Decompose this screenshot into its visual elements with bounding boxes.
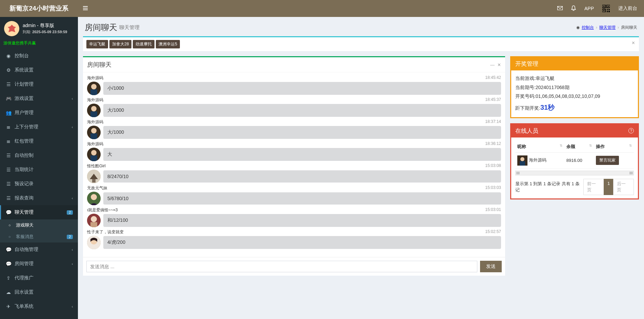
- pager-info: 显示第 1 到第 1 条记录 共有 1 条记: [515, 181, 584, 193]
- table-scrollbar[interactable]: [515, 171, 634, 175]
- table-row: 海外源码8916.00禁言玩家: [515, 152, 634, 168]
- submenu-service-msg[interactable]: ○客服消息2: [0, 231, 78, 242]
- user-avatar: [4, 21, 19, 36]
- app-link[interactable]: APP: [584, 6, 594, 11]
- chat-messages[interactable]: 海外源码18:45:42小/1000海外源码18:45:37大/1000海外源码…: [83, 72, 505, 257]
- menu-updown[interactable]: ≣上下分管理‹: [0, 120, 78, 134]
- list-icon: ☰: [5, 153, 12, 158]
- crumb-chat[interactable]: 聊天管理: [599, 25, 616, 30]
- menu-room[interactable]: 💬房间管理‹: [0, 257, 78, 271]
- send-button[interactable]: 发送: [480, 261, 502, 272]
- sidebar: admin - 尊享版 到期: 2025-05-09 23:59:59 游侠邀您…: [0, 17, 78, 319]
- user-name: admin - 尊享版: [23, 23, 67, 29]
- chevron-left-icon: ‹: [72, 196, 73, 200]
- menu-game[interactable]: 🎮游戏设置‹: [0, 91, 78, 106]
- avatar: [87, 170, 101, 183]
- circle-icon: ○: [8, 223, 13, 227]
- menu-period[interactable]: ☰当期统计: [0, 163, 78, 177]
- envelope-icon[interactable]: [557, 6, 563, 11]
- game-tag[interactable]: 幸运飞艇: [86, 40, 108, 48]
- menu-toggle[interactable]: [78, 6, 93, 11]
- msg-username: 无敌元气妹: [87, 185, 107, 191]
- online-nick: 海外源码: [529, 157, 546, 163]
- pager-page[interactable]: 1: [604, 179, 614, 195]
- menu-flyorder[interactable]: ✈飞单系统‹: [0, 299, 78, 314]
- menu-autotow[interactable]: 💬自动拖管理‹: [0, 242, 78, 257]
- col-balance[interactable]: 余额⇅: [564, 141, 594, 153]
- svg-rect-27: [92, 179, 96, 183]
- database-icon: ≣: [5, 139, 12, 144]
- col-action[interactable]: 操作⇅: [594, 141, 634, 153]
- chevron-left-icon: ‹: [72, 125, 73, 129]
- bell-icon[interactable]: [571, 5, 576, 12]
- database-icon: ≣: [5, 124, 12, 130]
- menu-rebate[interactable]: ☁回水设置: [0, 285, 78, 299]
- chevron-left-icon: ‹: [72, 97, 73, 101]
- user-panel: admin - 尊享版 到期: 2025-05-09 23:59:59: [0, 17, 78, 40]
- svg-rect-19: [90, 111, 97, 117]
- help-icon[interactable]: ?: [628, 128, 634, 133]
- share-icon: ⇪: [5, 275, 12, 281]
- service-badge: 2: [67, 235, 73, 239]
- avatar: [87, 236, 101, 249]
- svg-rect-32: [90, 222, 97, 227]
- qr-icon[interactable]: [602, 5, 610, 12]
- chevron-left-icon: ‹: [72, 248, 73, 252]
- msg-text: 小/1000: [103, 82, 501, 95]
- msg-text: 大: [103, 148, 501, 161]
- enter-frontend[interactable]: 进入前台: [618, 5, 637, 12]
- menu-system[interactable]: ⚙系统设置: [0, 63, 78, 77]
- menu-redpack[interactable]: ≣红包管理: [0, 134, 78, 148]
- menu-preset[interactable]: ☰预设记录: [0, 177, 78, 191]
- dashboard-icon: ◉: [576, 25, 580, 30]
- menu-auto[interactable]: ☰自动控制: [0, 148, 78, 163]
- svg-point-21: [91, 128, 97, 133]
- crumb-console[interactable]: 控制台: [582, 25, 594, 30]
- svg-point-31: [91, 216, 97, 222]
- svg-rect-10: [607, 9, 608, 10]
- chat-icon: 💬: [5, 247, 12, 252]
- menu-agent[interactable]: ⇪代理推广: [0, 271, 78, 285]
- minimize-icon[interactable]: —: [490, 62, 495, 67]
- content: 房间聊天 聊天管理 ◉ 控制台 › 聊天管理 › 房间聊天 × 幸运飞艇加拿大2…: [78, 17, 644, 319]
- msg-username: 海外源码: [87, 75, 103, 81]
- chat-message: 海外源码18:37:14大/1000: [87, 119, 501, 139]
- circle-icon: ○: [8, 235, 13, 239]
- menu-users[interactable]: 👥用户管理: [0, 106, 78, 120]
- msg-text: 大/1000: [103, 104, 501, 117]
- lottery-result: 01,06,05,04,08,03,02,10,07,09: [536, 93, 600, 99]
- msg-username: 海外源码: [87, 141, 103, 147]
- menu-report[interactable]: ☰报表查询‹: [0, 191, 78, 205]
- menu-chat[interactable]: 💬聊天管理2: [0, 205, 78, 219]
- msg-text: 4/虎/200: [103, 236, 501, 249]
- pager-prev[interactable]: 前一页: [583, 179, 604, 195]
- menu-console[interactable]: ◉控制台: [0, 49, 78, 63]
- game-tag[interactable]: 澳洲幸运5: [156, 40, 180, 48]
- avatar: [517, 155, 527, 166]
- submenu-game-chat[interactable]: ○游戏聊天: [0, 219, 78, 231]
- msg-time: 15:03:01: [485, 207, 501, 213]
- svg-rect-37: [520, 161, 525, 166]
- lottery-title: 开奖管理: [511, 57, 638, 70]
- svg-rect-22: [90, 133, 97, 139]
- msg-time: 18:45:42: [485, 75, 501, 81]
- sidebar-menu: ◉控制台 ⚙系统设置 ☰计划管理 🎮游戏设置‹ 👥用户管理 ≣上下分管理‹ ≣红…: [0, 49, 78, 314]
- message-input[interactable]: [86, 261, 477, 272]
- close-icon[interactable]: ×: [632, 40, 635, 46]
- mute-button[interactable]: 禁言玩家: [596, 156, 619, 165]
- svg-point-24: [91, 150, 97, 155]
- list-icon: ☰: [5, 195, 12, 201]
- msg-text: 8/2470/10: [103, 170, 501, 183]
- game-tag[interactable]: 加拿大28: [109, 40, 131, 48]
- avatar: [87, 148, 101, 161]
- col-nick[interactable]: 昵称⇅: [515, 141, 564, 153]
- msg-time: 18:36:12: [485, 141, 501, 147]
- close-icon[interactable]: ✕: [497, 62, 501, 67]
- menu-plan[interactable]: ☰计划管理: [0, 77, 78, 91]
- avatar: [87, 82, 101, 95]
- pager-next[interactable]: 后一页: [613, 179, 634, 195]
- svg-rect-0: [83, 6, 88, 7]
- chat-message: 无敌元气妹15:03:035/6780/10: [87, 185, 501, 205]
- game-tag[interactable]: 劲速摩托: [133, 40, 154, 48]
- chat-box: 房间聊天 — ✕ 海外源码18:45:42小/1000海外源码18:45:37大…: [83, 56, 505, 276]
